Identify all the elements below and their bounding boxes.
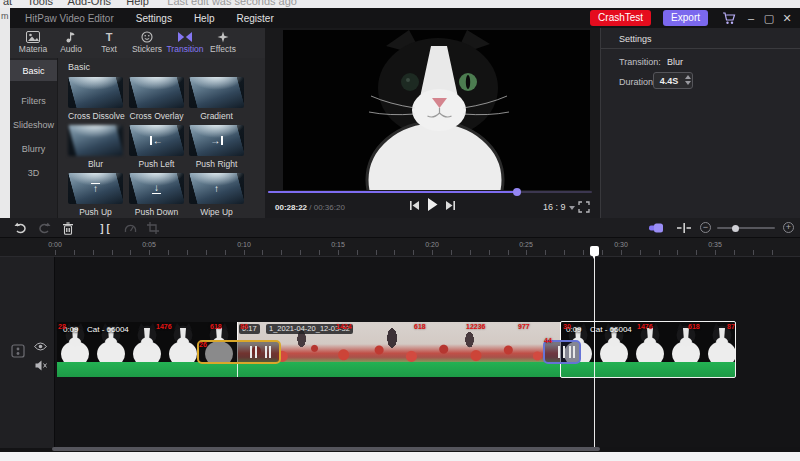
category-sidebar: Basic Filters Slideshow Blurry 3D [10, 58, 57, 218]
tab-effects[interactable]: Effects [204, 31, 242, 54]
transition-item-push-down[interactable]: ↓ Push Down [129, 173, 184, 217]
transition-thumbnail [189, 77, 244, 108]
previous-frame-button[interactable] [408, 198, 421, 216]
sidebar-item-filters[interactable]: Filters [10, 90, 57, 111]
sidebar-item-basic[interactable]: Basic [10, 60, 57, 81]
background-window-bottom [0, 452, 800, 461]
transition-thumbnail: ← [129, 125, 184, 156]
clip-overlay-number: 618 [414, 323, 426, 330]
zoom-in-button[interactable]: + [783, 222, 794, 233]
tab-materia[interactable]: Materia [14, 31, 52, 54]
transitions-panel: Basic Cross Dissolve Cross Overlay Gradi… [57, 58, 265, 218]
transition-item-push-left[interactable]: ← Push Left [129, 125, 184, 169]
progress-handle[interactable] [513, 188, 521, 196]
settings-title: Settings [619, 34, 652, 44]
clip-overlay-number: 26 [199, 341, 207, 348]
sidebar-item-blurry[interactable]: Blurry [10, 138, 57, 159]
fit-timeline-button[interactable] [677, 221, 691, 235]
ruler-label: 0:05 [142, 241, 156, 248]
maximize-button[interactable]: ▢ [760, 12, 778, 25]
text-icon: T [106, 31, 113, 43]
playhead-line[interactable] [594, 252, 595, 448]
spinner-down-icon[interactable] [685, 81, 691, 85]
sidebar-item-slideshow[interactable]: Slideshow [10, 114, 57, 135]
clip-overlay-number: 618 [688, 323, 700, 330]
clip-name: Cat - 66004 [87, 325, 129, 334]
settings-panel: Settings Transition: Blur Duration 4.4S [600, 28, 800, 218]
track-visibility-toggle[interactable] [34, 337, 47, 355]
background-window-left-edge: m [0, 8, 10, 218]
transition-thumbnail: ↑ [189, 173, 244, 204]
zoom-out-button[interactable]: − [700, 222, 711, 233]
undo-button[interactable] [13, 221, 27, 235]
playhead-handle[interactable] [590, 246, 599, 256]
horizontal-scrollbar[interactable] [52, 447, 600, 451]
transition-item-push-right[interactable]: → Push Right [189, 125, 244, 169]
cart-icon[interactable] [722, 12, 736, 25]
chevron-down-icon [569, 206, 575, 210]
fullscreen-button[interactable] [578, 199, 590, 217]
timeline-clip-flowers[interactable]: 0:17 1_2021-04-20_12-03-32 [237, 322, 560, 377]
clip-overlay-number: 1476 [637, 323, 653, 330]
transition-item-wipe-up[interactable]: ↑ Wipe Up [189, 173, 244, 217]
clip-overlay-number: 1424 [336, 323, 352, 330]
aspect-ratio-selector[interactable]: 16 : 9 [543, 202, 575, 212]
duration-spinner[interactable] [685, 75, 691, 85]
track-mute-toggle[interactable] [35, 357, 47, 375]
playback-controls-bar: 00:28:22 / 00:36:20 16 : 9 [265, 190, 600, 218]
timeline-zoom-slider[interactable] [717, 227, 775, 229]
redo-button[interactable] [37, 221, 51, 235]
export-button[interactable]: Export [663, 10, 708, 26]
zoom-slider-handle[interactable] [732, 225, 739, 232]
transition-setting-label: Transition: [619, 57, 661, 67]
timeline-clip-cat-2[interactable]: 0:09 Cat - 66004 [560, 322, 735, 377]
transition-marker-selected[interactable] [197, 340, 281, 364]
spinner-up-icon[interactable] [685, 75, 691, 79]
transition-label: Cross Dissolve [68, 111, 123, 121]
transition-item-blur[interactable]: Blur [68, 125, 123, 169]
clip-overlay-number: 87 [727, 323, 735, 330]
ruler-label: 0:15 [331, 241, 345, 248]
transition-label: Blur [68, 159, 123, 169]
transition-item-push-up[interactable]: ↑ Push Up [68, 173, 123, 217]
timeline-ruler[interactable]: 0:00 0:05 0:10 0:15 0:20 0:25 0:30 0:35 [0, 238, 800, 256]
track-view-toggle[interactable] [648, 221, 668, 235]
tab-label: Effects [210, 44, 236, 54]
ruler-label: 0:00 [48, 241, 62, 248]
smiley-icon [141, 31, 153, 43]
track-header [0, 257, 55, 448]
speed-button[interactable] [123, 221, 137, 235]
menu-settings[interactable]: Settings [136, 13, 172, 24]
crashtest-button[interactable]: CrashTest [590, 10, 651, 26]
crop-button[interactable] [146, 221, 160, 235]
ruler-label: 0:20 [425, 241, 439, 248]
tab-text[interactable]: T Text [90, 31, 128, 54]
transition-setting-value: Blur [667, 57, 683, 67]
sparkle-icon [217, 31, 229, 43]
clip-overlay-number: 618 [210, 323, 222, 330]
tab-transition[interactable]: Transition [166, 31, 204, 54]
transition-thumbnail: ↓ [129, 173, 184, 204]
transition-item-cross-dissolve[interactable]: Cross Dissolve [68, 77, 123, 121]
split-clip-button[interactable]: ][ [98, 221, 112, 235]
menu-register[interactable]: Register [236, 13, 273, 24]
play-button[interactable] [425, 197, 439, 216]
ruler-ticks [55, 250, 790, 255]
close-button[interactable]: ✕ [778, 12, 796, 25]
transition-marker-icon [569, 346, 576, 358]
transition-label: Push Right [189, 159, 244, 169]
current-time: 00:28:22 [275, 203, 307, 212]
transition-thumbnail: ↑ [68, 173, 123, 204]
transition-marker-icon [265, 346, 272, 358]
transition-item-cross-overlay[interactable]: Cross Overlay [129, 77, 184, 121]
minimize-button[interactable]: – [742, 12, 760, 24]
menu-help[interactable]: Help [194, 13, 215, 24]
transition-item-gradient[interactable]: Gradient [189, 77, 244, 121]
next-frame-button[interactable] [444, 198, 457, 216]
clip-audio-bar [237, 362, 560, 377]
tab-label: Stickers [132, 44, 162, 54]
tab-audio[interactable]: Audio [52, 31, 90, 54]
tab-stickers[interactable]: Stickers [128, 31, 166, 54]
sidebar-item-3d[interactable]: 3D [10, 162, 57, 183]
delete-button[interactable] [61, 221, 75, 235]
